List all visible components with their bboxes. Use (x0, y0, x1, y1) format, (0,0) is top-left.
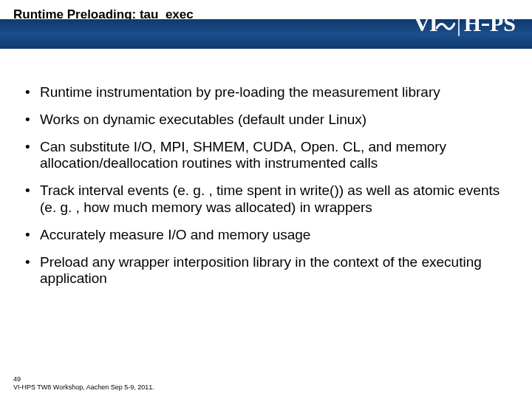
vihps-logo: VI HPS (414, 3, 516, 44)
slide-body: Runtime instrumentation by pre-loading t… (0, 49, 532, 399)
page-number: 49 (13, 375, 154, 383)
bullet-item: Accurately measure I/O and memory usage (21, 227, 511, 244)
logo-separator (458, 11, 460, 36)
tilde-icon (437, 18, 454, 31)
slide: Runtime Preloading: tau_exec VI HPS Runt… (0, 0, 532, 399)
logo-hps-text: HPS (464, 11, 516, 36)
footer-text: VI-HPS TW8 Workshop, Aachen Sep 5-9, 201… (13, 383, 154, 392)
slide-footer: 49 VI-HPS TW8 Workshop, Aachen Sep 5-9, … (13, 375, 154, 392)
logo-vi-letters: VI (414, 11, 437, 35)
slide-header: Runtime Preloading: tau_exec VI HPS (0, 0, 532, 49)
logo-hps-letters: PS (490, 11, 516, 35)
bullet-item: Preload any wrapper interposition librar… (21, 254, 511, 288)
bullet-item: Track interval events (e. g. , time spen… (21, 183, 511, 216)
bullet-item: Can substitute I/O, MPI, SHMEM, CUDA, Op… (21, 139, 511, 173)
bullet-item: Works on dynamic executables (default un… (21, 112, 511, 129)
logo-vi-text: VI (414, 11, 453, 36)
bullet-item: Runtime instrumentation by pre-loading t… (21, 84, 511, 101)
bullet-list: Runtime instrumentation by pre-loading t… (21, 84, 511, 287)
dash-icon (482, 24, 489, 26)
